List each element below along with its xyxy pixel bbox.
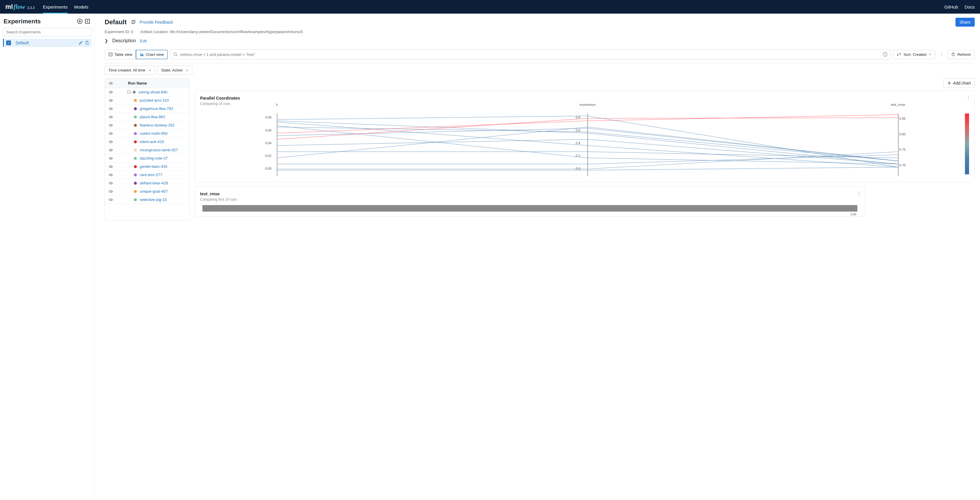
run-row[interactable]: fearless-donkey-262: [105, 121, 189, 129]
run-link[interactable]: gregarious-flea-793: [140, 107, 173, 111]
description-edit-link[interactable]: Edit: [140, 39, 146, 43]
run-link[interactable]: incongruous-lamb-927: [140, 148, 178, 152]
visibility-icon[interactable]: [108, 99, 121, 102]
description-toggle[interactable]: ❯: [105, 38, 108, 43]
experiment-id-label: Experiment ID: 0: [105, 30, 133, 34]
svg-line-44: [277, 126, 587, 158]
svg-line-38: [277, 116, 587, 120]
sidebar-title: Experiments: [3, 18, 41, 25]
svg-rect-12: [142, 54, 142, 56]
visibility-icon[interactable]: [108, 123, 121, 127]
experiment-checkbox[interactable]: ✓: [6, 40, 11, 45]
run-link[interactable]: unique-goat-407: [140, 189, 168, 194]
svg-rect-18: [885, 54, 885, 56]
svg-line-59: [587, 127, 898, 161]
nav-models[interactable]: Models: [74, 0, 88, 14]
run-row[interactable]: defiant-bear-426: [105, 179, 189, 187]
search-runs-input[interactable]: [180, 52, 880, 57]
run-link[interactable]: silent-auk-418: [140, 140, 164, 144]
time-filter[interactable]: Time created: All time: [105, 65, 155, 75]
svg-point-33: [110, 182, 112, 184]
run-row[interactable]: silent-auk-418: [105, 138, 189, 146]
chart-view-button[interactable]: Chart view: [136, 49, 168, 59]
visibility-icon[interactable]: [108, 115, 121, 119]
nav-experiments[interactable]: Experiments: [43, 0, 67, 14]
visibility-icon[interactable]: [108, 90, 121, 94]
run-link[interactable]: defiant-bear-426: [140, 181, 168, 185]
visibility-column[interactable]: [108, 81, 121, 85]
run-row[interactable]: useful-moth-850: [105, 129, 189, 138]
visibility-icon[interactable]: [108, 132, 121, 135]
search-experiments-input[interactable]: [3, 28, 91, 37]
sort-button[interactable]: Sort: Created: [893, 50, 935, 59]
info-icon[interactable]: [883, 52, 888, 57]
run-row[interactable]: gregarious-flea-793: [105, 105, 189, 113]
edit-icon[interactable]: [79, 41, 83, 45]
run-row[interactable]: placid-flea-963: [105, 113, 189, 121]
run-row[interactable]: unique-goat-407: [105, 187, 189, 196]
delete-icon[interactable]: [85, 41, 89, 45]
run-row[interactable]: incongruous-lamb-927: [105, 146, 189, 154]
visibility-icon[interactable]: [108, 156, 121, 161]
visibility-icon[interactable]: [108, 181, 121, 185]
visibility-icon[interactable]: [108, 107, 121, 111]
feedback-link[interactable]: Provide Feedback: [140, 20, 173, 24]
run-color-dot: [134, 165, 137, 168]
bar-chart-body: 0.69: [202, 205, 858, 212]
svg-line-43: [587, 145, 898, 167]
refresh-label: Refresh: [957, 52, 971, 57]
collapse-icon[interactable]: [127, 91, 131, 94]
run-link[interactable]: placid-flea-963: [140, 115, 165, 119]
svg-rect-13: [143, 54, 143, 56]
state-filter-label: State: Active: [161, 68, 183, 72]
run-link[interactable]: useful-moth-850: [140, 131, 167, 135]
link-docs[interactable]: Docs: [965, 5, 975, 10]
link-github[interactable]: GitHub: [944, 5, 958, 10]
svg-rect-6: [109, 53, 112, 56]
search-runs-box[interactable]: [170, 49, 891, 59]
visibility-icon[interactable]: [108, 173, 121, 177]
table-view-button[interactable]: Table view: [105, 50, 136, 59]
add-chart-button[interactable]: Add chart: [943, 78, 975, 88]
page-title: Default: [105, 18, 127, 26]
copy-icon[interactable]: [131, 20, 136, 24]
svg-point-20: [110, 91, 112, 93]
run-row[interactable]: rare-tern-577: [105, 171, 189, 179]
chart-menu-icon[interactable]: ⋮: [966, 95, 970, 100]
run-link[interactable]: caring-shoat-640: [138, 90, 167, 94]
run-link[interactable]: gentle-fawn-435: [140, 164, 167, 169]
run-color-dot: [134, 174, 137, 177]
state-filter[interactable]: State: Active: [158, 65, 192, 75]
add-experiment-icon[interactable]: [76, 18, 83, 24]
run-link[interactable]: dazzling-vole-37: [140, 156, 168, 161]
version-label: 2.2.2: [27, 6, 35, 10]
collapse-sidebar-icon[interactable]: [84, 18, 91, 24]
run-row[interactable]: caring-shoat-640: [105, 88, 189, 96]
chart-menu-icon[interactable]: ⋮: [857, 191, 861, 195]
run-link[interactable]: puzzled-lynx-310: [140, 98, 169, 102]
visibility-icon[interactable]: [108, 165, 121, 169]
refresh-button[interactable]: Refresh: [948, 50, 975, 59]
run-link[interactable]: rare-tern-577: [140, 173, 162, 177]
visibility-icon[interactable]: [108, 189, 121, 194]
run-row[interactable]: selective-pig-10: [105, 196, 189, 204]
visibility-icon[interactable]: [108, 140, 121, 144]
experiment-name[interactable]: Default: [16, 40, 79, 45]
experiment-item[interactable]: ✓ Default: [3, 39, 91, 47]
run-color-dot: [134, 198, 137, 201]
visibility-icon[interactable]: [108, 198, 121, 202]
run-link[interactable]: fearless-donkey-262: [140, 123, 175, 127]
run-row[interactable]: dazzling-vole-37: [105, 154, 189, 162]
sidebar: Experiments ✓ Default: [0, 14, 95, 500]
toolbar-menu-icon[interactable]: ⋮: [938, 51, 945, 59]
time-filter-label: Time created: All time: [108, 68, 145, 72]
share-button[interactable]: Share: [956, 18, 975, 27]
run-link[interactable]: selective-pig-10: [140, 197, 167, 202]
visibility-icon[interactable]: [108, 148, 121, 152]
run-row[interactable]: gentle-fawn-435: [105, 162, 189, 171]
svg-point-19: [110, 83, 112, 84]
run-row[interactable]: puzzled-lynx-310: [105, 96, 189, 105]
svg-line-15: [177, 55, 177, 56]
chart-title: test_rmse: [200, 191, 860, 196]
svg-point-25: [110, 116, 112, 118]
